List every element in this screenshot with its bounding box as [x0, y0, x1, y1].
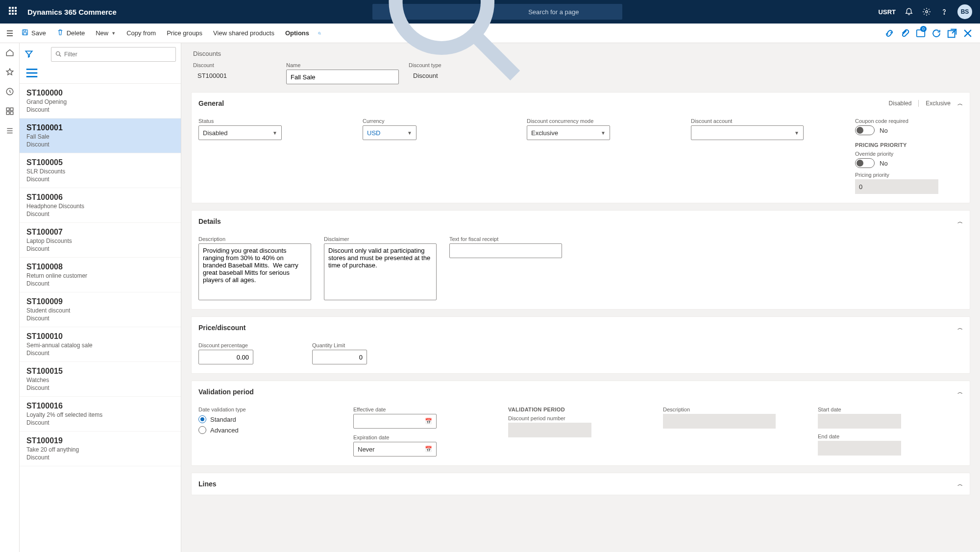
chevron-up-icon: ︿: [957, 480, 963, 488]
chevron-down-icon: ▼: [794, 130, 799, 136]
account-select[interactable]: ▼: [691, 125, 804, 140]
list-item-type: Discount: [26, 350, 174, 357]
list-view-icon[interactable]: [24, 66, 39, 80]
view-shared-products-button[interactable]: View shared products: [208, 26, 279, 40]
expiration-date-input[interactable]: Never📅: [353, 442, 437, 456]
list-filter[interactable]: [51, 47, 176, 62]
filter-input[interactable]: [64, 51, 172, 58]
chevron-down-icon: ▼: [407, 130, 412, 136]
list-item[interactable]: ST100001Fall SaleDiscount: [20, 119, 181, 153]
section-price-header[interactable]: Price/discount ︿: [192, 317, 970, 338]
list-item-type: Discount: [26, 141, 174, 148]
calendar-icon: 📅: [425, 446, 432, 453]
global-search[interactable]: [372, 4, 622, 20]
filter-icon[interactable]: [24, 49, 33, 60]
attach-icon[interactable]: [900, 28, 910, 39]
recent-icon[interactable]: [5, 87, 14, 96]
price-groups-button[interactable]: Price groups: [162, 26, 207, 40]
copy-from-button[interactable]: Copy from: [122, 26, 161, 40]
home-icon[interactable]: [5, 48, 14, 57]
coupon-toggle[interactable]: [855, 125, 875, 135]
chevron-down-icon: ▼: [111, 31, 116, 36]
list-item-code: ST100015: [26, 367, 174, 376]
list-item-name: SLR Discounts: [26, 168, 174, 175]
override-toggle[interactable]: [855, 158, 875, 168]
settings-icon[interactable]: [922, 7, 931, 16]
notifications-icon[interactable]: [905, 7, 913, 16]
search-input[interactable]: [528, 8, 617, 16]
app-launcher-icon[interactable]: [9, 7, 19, 17]
qty-input[interactable]: [312, 350, 367, 364]
options-button[interactable]: Options: [280, 26, 314, 40]
section-details-header[interactable]: Details ︿: [192, 211, 970, 232]
name-label: Name: [286, 62, 399, 68]
override-value: No: [880, 160, 888, 167]
list-item[interactable]: ST100005SLR DiscountsDiscount: [20, 153, 181, 188]
svg-point-3: [944, 14, 944, 14]
new-button[interactable]: New ▼: [91, 26, 121, 40]
list-item-type: Discount: [26, 211, 174, 217]
svg-rect-5: [24, 30, 25, 32]
chevron-up-icon: ︿: [957, 388, 963, 396]
vp-desc-value: [663, 414, 776, 429]
list-item[interactable]: ST100016Loyalty 2% off selected itemsDis…: [20, 397, 181, 432]
org-label[interactable]: USRT: [879, 8, 896, 16]
list-item-type: Discount: [26, 280, 174, 287]
list-item-type: Discount: [26, 384, 174, 391]
close-icon[interactable]: [962, 28, 973, 39]
list-item[interactable]: ST100015WatchesDiscount: [20, 362, 181, 397]
section-general-header[interactable]: General Disabled Exclusive ︿: [192, 93, 970, 114]
currency-select[interactable]: USD▼: [363, 125, 416, 140]
list-item[interactable]: ST100010Semi-annual catalog saleDiscount: [20, 327, 181, 362]
list-item[interactable]: ST100000Grand OpeningDiscount: [20, 84, 181, 119]
name-input[interactable]: [286, 70, 399, 84]
delete-icon: [57, 29, 64, 37]
list-item-name: Headphone Discounts: [26, 203, 174, 210]
delete-button[interactable]: Delete: [52, 26, 90, 40]
priority-value: 0: [855, 179, 938, 194]
list-item[interactable]: ST100019Take 20 off anythingDiscount: [20, 432, 181, 466]
list-item-name: Grand Opening: [26, 98, 174, 105]
list-item-code: ST100019: [26, 436, 174, 445]
start-date-value: [818, 414, 901, 429]
list-item-name: Semi-annual catalog sale: [26, 342, 174, 349]
app-title: Dynamics 365 Commerce: [27, 8, 117, 16]
modules-icon[interactable]: [5, 126, 14, 135]
description-textarea[interactable]: [198, 243, 311, 300]
status-select[interactable]: Disabled▼: [198, 125, 282, 140]
radio-advanced[interactable]: Advanced: [198, 426, 343, 434]
end-date-value: [818, 441, 901, 456]
link-icon[interactable]: [884, 28, 895, 39]
percent-input[interactable]: [198, 350, 253, 364]
concurrency-select[interactable]: Exclusive▼: [527, 125, 610, 140]
list-item[interactable]: ST100007Laptop DiscountsDiscount: [20, 223, 181, 258]
list-item-name: Student discount: [26, 307, 174, 314]
user-avatar[interactable]: BS: [957, 4, 972, 19]
help-icon[interactable]: [940, 7, 949, 16]
notifications-badge[interactable]: 0: [915, 28, 926, 39]
list-item-type: Discount: [26, 454, 174, 461]
favorites-icon[interactable]: [5, 68, 14, 76]
section-lines-header[interactable]: Lines ︿: [192, 473, 970, 495]
save-button[interactable]: Save: [17, 26, 51, 40]
list-item-code: ST100007: [26, 228, 174, 237]
fiscal-input[interactable]: [449, 243, 562, 258]
list-item[interactable]: ST100008Return online customerDiscount: [20, 258, 181, 292]
disclaimer-textarea[interactable]: [324, 243, 437, 300]
nav-toggle-icon[interactable]: [4, 27, 16, 39]
section-validation-header[interactable]: Validation period ︿: [192, 381, 970, 403]
coupon-value: No: [880, 127, 888, 134]
popout-icon[interactable]: [947, 28, 957, 39]
list-item-code: ST100000: [26, 89, 174, 97]
svg-rect-15: [10, 108, 13, 111]
effective-date-input[interactable]: 📅: [353, 414, 437, 429]
find-button[interactable]: [315, 29, 324, 38]
chevron-up-icon: ︿: [957, 100, 963, 107]
concurrency-tag: Exclusive: [918, 100, 951, 107]
list-item[interactable]: ST100006Headphone DiscountsDiscount: [20, 188, 181, 223]
refresh-icon[interactable]: [931, 28, 942, 39]
workspaces-icon[interactable]: [5, 107, 14, 116]
radio-standard[interactable]: Standard: [198, 415, 343, 423]
discount-value: ST100001: [193, 70, 276, 84]
list-item[interactable]: ST100009Student discountDiscount: [20, 292, 181, 327]
